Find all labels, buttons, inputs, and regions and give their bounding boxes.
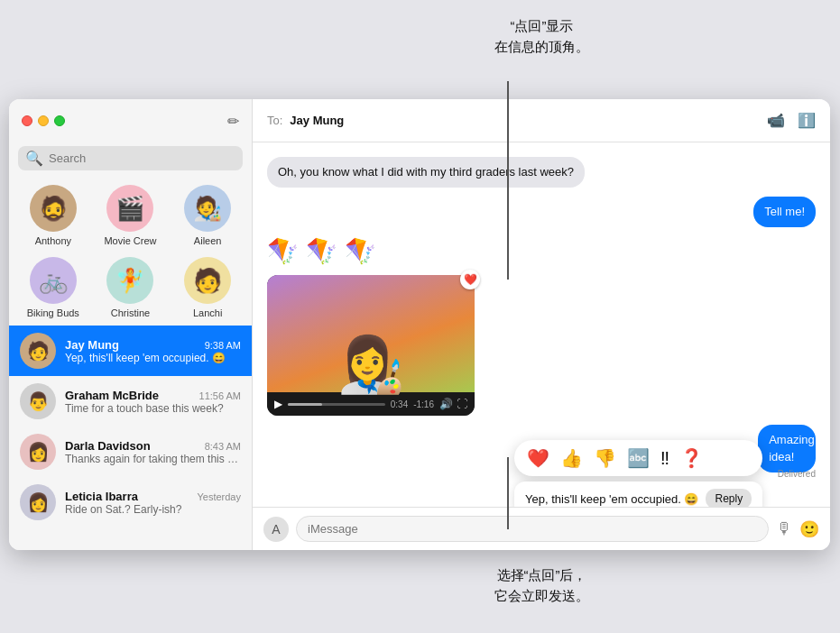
conversation-item[interactable]: 🧑 Jay Mung 9:38 AM Yep, this'll keep 'em…	[9, 326, 252, 376]
apps-button[interactable]: A	[263, 517, 289, 542]
conv-body: Darla Davidson 8:43 AM Thanks again for …	[65, 439, 241, 465]
chat-header: To: Jay Mung 📹 ℹ️	[253, 99, 830, 142]
sticker-kite-2: 🪁	[306, 236, 337, 266]
chat-area: To: Jay Mung 📹 ℹ️ Oh, you know what I di…	[253, 99, 830, 550]
emoji-button[interactable]: 🙂	[799, 519, 819, 539]
conv-time: Yesterday	[197, 491, 241, 502]
messages-window: ✏ 🔍 🧔 Anthony 🎬 Movie Crew 🧑‍🎨 Aileen 🚲 …	[9, 99, 830, 550]
conv-header: Darla Davidson 8:43 AM	[65, 439, 241, 453]
audio-button[interactable]: 🎙	[776, 519, 792, 538]
video-remaining: -1:16	[413, 399, 434, 409]
conv-avatar: 👩	[20, 434, 56, 470]
tapback-emoji-🔤[interactable]: 🔤	[627, 447, 650, 469]
annotation-top: “点回”显示 在信息的顶角。	[494, 16, 589, 57]
minimize-button[interactable]	[38, 115, 49, 126]
tapback-bar: ❤️👍👎🔤‼️❓	[514, 440, 762, 476]
video-message-row: 👩‍🎨 ▶ 0:34 -1:16 🔊 ⛶	[267, 275, 816, 416]
sticker-row: 🪁 🪁 🪁	[267, 236, 376, 266]
video-action-icons: 🔊 ⛶	[439, 398, 467, 410]
pinned-label: Biking Buds	[27, 307, 79, 318]
search-bar[interactable]: 🔍	[18, 146, 243, 170]
sticker-row-msg: 🪁 🪁 🪁	[267, 236, 816, 266]
conversation-item[interactable]: 👩 Darla Davidson 8:43 AM Thanks again fo…	[9, 427, 252, 477]
pinned-contact-anthony[interactable]: 🧔 Anthony	[16, 181, 90, 250]
sticker-kite-1: 🪁	[267, 236, 299, 266]
pinned-contacts-grid: 🧔 Anthony 🎬 Movie Crew 🧑‍🎨 Aileen 🚲 Biki…	[9, 178, 252, 326]
conv-name: Darla Davidson	[65, 439, 151, 453]
conv-name: Leticia Ibarra	[65, 490, 138, 503]
play-button[interactable]: ▶	[274, 398, 282, 410]
amazing-bubble: Amazing idea!	[758, 425, 816, 472]
outgoing-bubble: Tell me!	[753, 197, 816, 227]
volume-icon[interactable]: 🔊	[439, 398, 453, 410]
conversation-list: 🧑 Jay Mung 9:38 AM Yep, this'll keep 'em…	[9, 326, 252, 550]
recipient-name: Jay Mung	[290, 114, 344, 127]
message-input[interactable]	[296, 516, 769, 542]
conversation-item[interactable]: 👩 Leticia Ibarra Yesterday Ride on Sat.?…	[9, 477, 252, 528]
to-label: To:	[267, 114, 282, 127]
progress-bar[interactable]	[288, 403, 385, 406]
conv-avatar: 🧑	[20, 333, 56, 369]
fullscreen-icon[interactable]: ⛶	[457, 398, 467, 410]
video-person: 👩‍🎨	[337, 338, 405, 392]
traffic-lights	[22, 115, 65, 126]
titlebar: ✏	[9, 99, 252, 142]
conv-preview: Time for a touch base this week?	[65, 402, 241, 415]
sidebar: ✏ 🔍 🧔 Anthony 🎬 Movie Crew 🧑‍🎨 Aileen 🚲 …	[9, 99, 253, 550]
tapback-emoji-❓[interactable]: ❓	[680, 447, 703, 469]
messages-area: Oh, you know what I did with my third gr…	[253, 142, 830, 507]
pinned-avatar: 🧑	[184, 257, 231, 304]
delivered-status: Delivered	[778, 469, 816, 479]
conversation-item[interactable]: 👨 Graham McBride 11:56 AM Time for a tou…	[9, 376, 252, 427]
conv-avatar: 👨	[20, 383, 56, 419]
pinned-label: Anthony	[35, 235, 71, 246]
conv-time: 11:56 AM	[199, 390, 241, 401]
chat-header-icons: 📹 ℹ️	[767, 112, 816, 129]
pinned-avatar: 🧔	[30, 185, 77, 232]
search-input[interactable]	[49, 151, 235, 165]
annotation-line-top	[507, 81, 509, 280]
video-controls: ▶ 0:34 -1:16 🔊 ⛶	[267, 392, 475, 416]
annotation-bottom: 选择“点回”后， 它会立即发送。	[494, 565, 589, 606]
pinned-avatar: 🧚	[106, 257, 153, 304]
maximize-button[interactable]	[54, 115, 65, 126]
pinned-contact-christine[interactable]: 🧚 Christine	[94, 253, 168, 322]
search-icon: 🔍	[25, 150, 43, 167]
reply-button[interactable]: Reply	[706, 489, 752, 507]
compose-button[interactable]: ✏	[227, 113, 239, 130]
annotation-line-bottom	[507, 457, 509, 529]
video-call-icon[interactable]: 📹	[767, 112, 785, 129]
incoming-bubble: Oh, you know what I did with my third gr…	[267, 157, 585, 188]
chat-input-bar: A 🎙 🙂	[253, 507, 830, 550]
tapback-emoji-❤️[interactable]: ❤️	[527, 447, 549, 469]
tapback-message-preview: Yep, this'll keep 'em occupied. 😄 Reply	[514, 482, 762, 507]
pinned-label: Aileen	[194, 235, 222, 246]
conv-body: Graham McBride 11:56 AM Time for a touch…	[65, 389, 241, 415]
tapback-emoji-‼️[interactable]: ‼️	[660, 448, 669, 469]
progress-fill	[288, 403, 322, 406]
video-block: 👩‍🎨 ▶ 0:34 -1:16 🔊 ⛶	[267, 275, 475, 416]
pinned-contact-lanchi[interactable]: 🧑 Lanchi	[171, 253, 245, 322]
conv-header: Jay Mung 9:38 AM	[65, 338, 241, 352]
conv-avatar: 👩	[20, 484, 56, 520]
heart-reaction-badge: ❤️	[460, 270, 480, 289]
pinned-contact-biking-buds[interactable]: 🚲 Biking Buds	[16, 253, 90, 322]
close-button[interactable]	[22, 115, 32, 126]
pinned-contact-movie-crew[interactable]: 🎬 Movie Crew	[94, 181, 168, 250]
pinned-contact-aileen[interactable]: 🧑‍🎨 Aileen	[171, 181, 245, 250]
video-elapsed: 0:34	[391, 399, 408, 409]
conv-body: Leticia Ibarra Yesterday Ride on Sat.? E…	[65, 490, 241, 516]
conv-body: Jay Mung 9:38 AM Yep, this'll keep 'em o…	[65, 338, 241, 364]
tapback-emoji-👍[interactable]: 👍	[560, 447, 583, 469]
info-icon[interactable]: ℹ️	[798, 112, 816, 129]
conv-time: 8:43 AM	[205, 441, 241, 452]
tapback-popup: ❤️👍👎🔤‼️❓ Yep, this'll keep 'em occupied.…	[514, 440, 762, 507]
conv-name: Graham McBride	[65, 389, 159, 402]
pinned-avatar: 🚲	[30, 257, 77, 304]
conv-preview: Thanks again for taking them this weeken…	[65, 453, 241, 465]
tapback-emoji-👎[interactable]: 👎	[594, 447, 616, 469]
pinned-label: Movie Crew	[104, 235, 156, 246]
conv-time: 9:38 AM	[205, 340, 241, 351]
conv-header: Leticia Ibarra Yesterday	[65, 490, 241, 503]
tapback-preview-text: Yep, this'll keep 'em occupied. 😄	[525, 492, 698, 506]
